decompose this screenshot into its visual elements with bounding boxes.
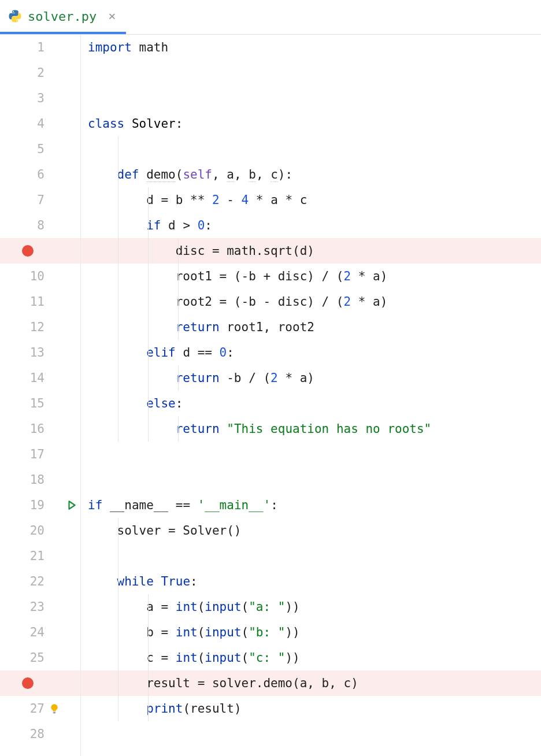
code-text: result = solver.demo(a, b, c) [146,676,358,690]
code-line[interactable]: print(result) [81,696,541,721]
gutter-line[interactable]: 28 [0,721,80,747]
gutter-line[interactable]: 6 [0,162,80,187]
code-line[interactable]: root1 = (-b + disc) / (2 * a) [81,264,541,289]
lightbulb-icon[interactable] [49,703,60,714]
code-line[interactable]: if __name__ == '__main__': [81,492,541,518]
code-text: , [212,168,227,181]
code-line[interactable]: root2 = (-b - disc) / (2 * a) [81,289,541,314]
code-text [88,422,176,436]
indent-guide [118,340,118,365]
code-text: root1 = (-b + disc) / ( [176,269,344,283]
code-text: : [270,498,278,512]
gutter-line[interactable]: 16 [0,416,80,442]
gutter-line[interactable]: 17 [0,442,80,467]
code-text: )) [285,600,299,614]
literal-number: 2 [344,295,351,309]
code-line[interactable]: a = int(input("a: ")) [81,594,541,620]
code-text: ( [176,168,183,181]
indent-guide [118,696,118,721]
code-line[interactable] [81,60,541,86]
line-number: 5 [37,142,45,156]
line-number: 2 [37,66,45,80]
gutter[interactable]: 1234567810111213141516171819202122232425… [0,35,81,756]
gutter-line[interactable]: 12 [0,314,80,340]
code-line[interactable] [81,442,541,467]
code-line[interactable]: return root1, root2 [81,314,541,340]
code-line[interactable] [81,721,541,747]
code-area[interactable]: import math class Solver: def demo(self,… [81,35,541,756]
code-line[interactable]: b = int(input("b: ")) [81,620,541,645]
builtin-input: input [205,625,241,639]
gutter-line[interactable]: 14 [0,365,80,391]
gutter-line[interactable]: 18 [0,467,80,492]
close-tab-icon[interactable]: × [108,10,116,23]
code-line[interactable]: c = int(input("c: ")) [81,645,541,670]
code-line[interactable]: if d > 0: [81,213,541,238]
gutter-line[interactable]: 19 [0,492,80,518]
gutter-line[interactable]: 25 [0,645,80,670]
gutter-line[interactable]: 10 [0,264,80,289]
line-number: 10 [30,269,45,283]
gutter-line[interactable] [0,670,80,696]
gutter-line[interactable]: 23 [0,594,80,620]
code-text: ( [198,625,205,639]
literal-string: "c: " [249,651,285,665]
line-number: 17 [30,447,45,461]
indent-guide [118,162,118,187]
gutter-line[interactable]: 22 [0,569,80,594]
gutter-line[interactable]: 7 [0,187,80,213]
gutter-line[interactable]: 15 [0,391,80,416]
code-text: c = [146,651,176,665]
breakpoint-icon[interactable] [22,677,34,689]
indent-guide [148,264,149,289]
keyword-class: class [88,117,124,131]
code-line[interactable] [81,86,541,111]
gutter-line[interactable]: 27 [0,696,80,721]
gutter-line[interactable]: 8 [0,213,80,238]
gutter-line[interactable]: 20 [0,518,80,543]
code-line-breakpoint[interactable]: disc = math.sqrt(d) [81,238,541,264]
code-line[interactable]: return "This equation has no roots" [81,416,541,442]
indent-guide [118,187,118,213]
gutter-line[interactable]: 2 [0,60,80,86]
code-line[interactable]: class Solver: [81,111,541,136]
gutter-line[interactable]: 24 [0,620,80,645]
literal-number: 2 [212,193,220,207]
code-line[interactable]: import math [81,35,541,60]
gutter-line[interactable]: 4 [0,111,80,136]
keyword-return: return [176,320,220,334]
code-line[interactable] [81,467,541,492]
code-line[interactable]: solver = Solver() [81,518,541,543]
code-line[interactable] [81,543,541,569]
indent-guide [118,569,118,594]
indent-guide [118,238,118,264]
code-line[interactable] [81,136,541,162]
line-number: 16 [30,422,45,436]
code-line[interactable]: else: [81,391,541,416]
gutter-line[interactable]: 13 [0,340,80,365]
code-line[interactable]: d = b ** 2 - 4 * a * c [81,187,541,213]
gutter-line[interactable]: 5 [0,136,80,162]
indent-guide [118,543,118,569]
breakpoint-icon[interactable] [22,245,34,257]
file-tab[interactable]: solver.py × [0,1,126,34]
code-text [88,702,146,716]
code-line[interactable]: elif d == 0: [81,340,541,365]
gutter-line[interactable] [0,238,80,264]
code-line[interactable]: while True: [81,569,541,594]
code-line-breakpoint[interactable]: result = solver.demo(a, b, c) [81,670,541,696]
indent-guide [118,365,118,391]
code-text [124,117,132,131]
gutter-line[interactable]: 3 [0,86,80,111]
gutter-line[interactable]: 11 [0,289,80,314]
line-number: 1 [37,40,45,54]
code-text: ( [198,651,205,665]
code-line[interactable]: def demo(self, a, b, c): [81,162,541,187]
run-icon[interactable] [66,500,77,510]
builtin-print: print [146,702,183,716]
code-text: * a) [278,371,314,385]
gutter-line[interactable]: 21 [0,543,80,569]
gutter-line[interactable]: 1 [0,35,80,60]
module-name: math [139,40,169,54]
code-line[interactable]: return -b / (2 * a) [81,365,541,391]
